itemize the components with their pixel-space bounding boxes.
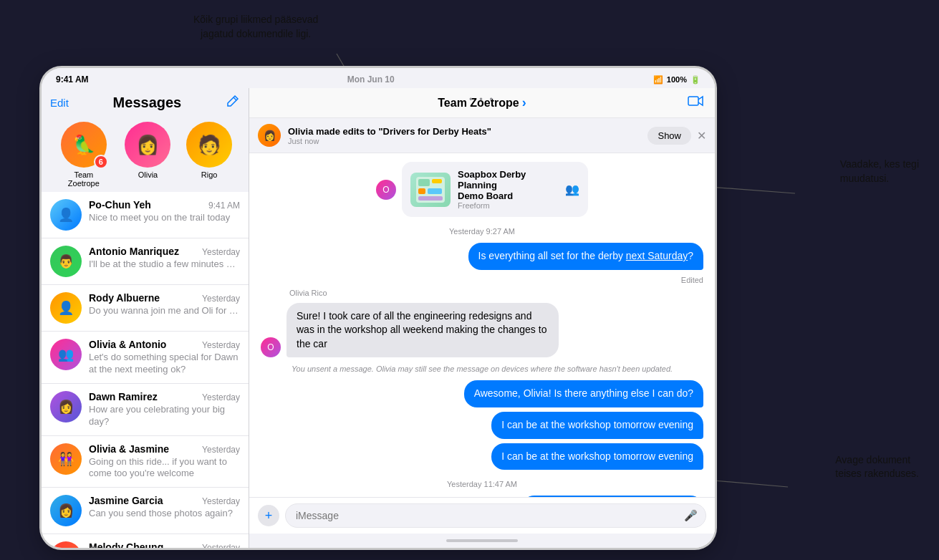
messages-title: Messages <box>69 95 226 111</box>
pinned-item-team-zoetrope[interactable]: 🦜 6 Team Zoetrope <box>58 122 110 188</box>
conv-time-jasmine: Yesterday <box>202 496 240 506</box>
edit-button[interactable]: Edit <box>50 97 69 109</box>
sender-avatar-olivia: O <box>261 337 281 357</box>
unsent-notice: You unsent a message. Olivia may still s… <box>261 365 703 373</box>
conv-body-jasmine: Jasmine Garcia Yesterday Can you send th… <box>89 495 240 520</box>
freeform-title: Soapbox Derby PlanningDemo Board <box>458 169 558 201</box>
team-badge: 6 <box>94 155 108 169</box>
conv-item-pochun[interactable]: 👤 Po-Chun Yeh 9:41 AM Nice to meet you o… <box>42 192 249 238</box>
home-bar <box>446 539 518 542</box>
conv-time-dawn: Yesterday <box>202 392 240 402</box>
avatar-rody: 👤 <box>50 292 82 324</box>
conv-time-olivia-jasmine: Yesterday <box>202 445 240 455</box>
compose-button[interactable] <box>226 94 240 112</box>
conv-time-melody: Yesterday <box>202 543 240 548</box>
conv-preview-olivia-antonio: Let's do something special for Dawn at t… <box>89 352 240 376</box>
conv-name-olivia-jasmine: Olivia & Jasmine <box>89 443 169 455</box>
freeform-thumb <box>410 173 451 207</box>
chat-header: • • • Team Zoetrope › <box>249 88 715 118</box>
sender-avatar-freeform: O <box>376 180 396 200</box>
msg-row-out-2: Awesome, Olivia! Is there anything else … <box>261 380 703 407</box>
avatar-olivia-jasmine: 👭 <box>50 443 82 475</box>
callout-right-bottom: Avage dokument teises rakenduses. <box>835 453 919 481</box>
avatar-dawn: 👩 <box>50 391 82 423</box>
conv-preview-dawn: How are you celebrating your big day? <box>89 404 240 428</box>
pinned-item-rigo[interactable]: 🧑 Rigo <box>186 122 232 188</box>
conv-item-dawn[interactable]: 👩 Dawn Ramirez Yesterday How are you cel… <box>42 384 249 436</box>
status-bar: 9:41 AM Mon Jun 10 📶 100% 🔋 <box>42 68 715 88</box>
battery-icon: 🔋 <box>690 75 700 85</box>
conv-time-rody: Yesterday <box>202 294 240 304</box>
bubble-out-3: I can be at the workshop tomorrow evenin… <box>491 412 703 439</box>
ipad-frame: 9:41 AM Mon Jun 10 📶 100% 🔋 Edit Message… <box>42 68 715 548</box>
notif-text: Olivia made edits to "Drivers for Derby … <box>288 126 640 145</box>
conv-preview-olivia-jasmine: Going on this ride... if you want to com… <box>89 456 240 481</box>
pinned-avatar-team-zoetrope: 🦜 6 <box>61 122 107 168</box>
chat-actions <box>688 95 703 111</box>
notif-sub: Just now <box>288 137 640 145</box>
conv-preview-jasmine: Can you send those photos again? <box>89 508 240 520</box>
freeform-info: Soapbox Derby PlanningDemo Board Freefor… <box>458 169 558 210</box>
conv-name-rody: Rody Albuerne <box>89 292 160 304</box>
conv-preview-antonio: I'll be at the studio a few minutes earl… <box>89 259 240 271</box>
avatar-pochun: 👤 <box>50 199 82 231</box>
wifi-icon: 📶 <box>653 75 663 85</box>
bubble-out-4: I can be at the workshop tomorrow evenin… <box>491 443 703 470</box>
conv-item-olivia-antonio[interactable]: 👥 Olivia & Antonio Yesterday Let's do so… <box>42 332 249 384</box>
edited-label: Edited <box>261 276 703 284</box>
msg-row-out-1: Is everything all set for the derby next… <box>261 243 703 270</box>
conv-name-jasmine: Jasmine Garcia <box>89 495 163 506</box>
avatar-img-olivia: 👩 <box>125 122 170 168</box>
pinned-avatar-rigo: 🧑 <box>186 122 232 168</box>
message-input[interactable] <box>285 503 706 528</box>
conversation-list: 👤 Po-Chun Yeh 9:41 AM Nice to meet you o… <box>42 192 249 548</box>
sender-name-olivia: Olivia Rico <box>261 289 703 297</box>
conv-item-melody[interactable]: 👩 Melody Cheung Yesterday Thanks! <box>42 534 249 548</box>
freeform-shared-card[interactable]: Soapbox Derby PlanningDemo Board Freefor… <box>402 162 588 217</box>
underline-next-saturday: next Saturday <box>626 250 688 261</box>
svg-rect-9 <box>418 196 443 201</box>
conv-body-pochun: Po-Chun Yeh 9:41 AM Nice to meet you on … <box>89 199 240 224</box>
svg-rect-6 <box>432 179 442 183</box>
notif-title: Olivia made edits to "Drivers for Derby … <box>288 126 640 137</box>
pinned-avatar-olivia: 👩 <box>125 122 170 168</box>
status-date: Mon Jun 10 <box>347 74 395 85</box>
svg-rect-3 <box>688 97 698 105</box>
show-button[interactable]: Show <box>647 127 691 145</box>
callout-top: Kõik grupi liikmed pääsevad jagatud doku… <box>193 13 318 41</box>
conv-item-antonio[interactable]: 👨 Antonio Manriquez Yesterday I'll be at… <box>42 238 249 285</box>
chat-header-dots: • • • <box>469 94 495 105</box>
input-wrapper: 🎤 <box>285 503 706 528</box>
conv-body-melody: Melody Cheung Yesterday Thanks! <box>89 541 240 548</box>
conv-item-rody[interactable]: 👤 Rody Albuerne Yesterday Do you wanna j… <box>42 285 249 332</box>
conv-name-antonio: Antonio Manriquez <box>89 246 179 257</box>
notif-avatar: 👩 <box>258 124 281 147</box>
msg-row-in-1: O Sure! I took care of all the engineeri… <box>261 303 703 358</box>
close-notification-button[interactable]: ✕ <box>697 129 706 143</box>
pinned-name-olivia: Olivia <box>138 170 158 179</box>
messages-header: Edit Messages <box>42 88 249 116</box>
conv-name-pochun: Po-Chun Yeh <box>89 199 151 211</box>
chat-panel: • • • Team Zoetrope › 👩 <box>249 88 715 548</box>
input-bar: + 🎤 <box>249 497 715 534</box>
pinned-item-olivia[interactable]: 👩 Olivia <box>125 122 170 188</box>
conv-item-jasmine[interactable]: 👩 Jasmine Garcia Yesterday Can you send … <box>42 488 249 534</box>
compose-icon <box>226 94 240 108</box>
notif-actions: Show ✕ <box>647 127 706 145</box>
msg-row-out-4: I can be at the workshop tomorrow evenin… <box>261 443 703 470</box>
conv-body-dawn: Dawn Ramirez Yesterday How are you celeb… <box>89 391 240 428</box>
freeform-thumb-svg <box>416 177 445 203</box>
collab-icon: 👥 <box>565 183 579 196</box>
conv-time-pochun: 9:41 AM <box>208 201 240 211</box>
conv-preview-rody: Do you wanna join me and Oli for 🧁🎭 brea… <box>89 305 240 317</box>
conv-name-melody: Melody Cheung <box>89 541 163 548</box>
add-attachment-button[interactable]: + <box>258 505 279 526</box>
video-call-button[interactable] <box>688 95 703 111</box>
avatar-melody: 👩 <box>50 541 82 548</box>
avatar-olivia-antonio: 👥 <box>50 339 82 370</box>
conv-item-olivia-jasmine[interactable]: 👭 Olivia & Jasmine Yesterday Going on th… <box>42 436 249 488</box>
pinned-contacts-row: 🦜 6 Team Zoetrope 👩 Olivia 🧑 Rigo <box>42 116 249 192</box>
battery-label: 100% <box>667 75 687 84</box>
conv-body-rody: Rody Albuerne Yesterday Do you wanna joi… <box>89 292 240 317</box>
freeform-sub: Freeform <box>458 201 558 210</box>
